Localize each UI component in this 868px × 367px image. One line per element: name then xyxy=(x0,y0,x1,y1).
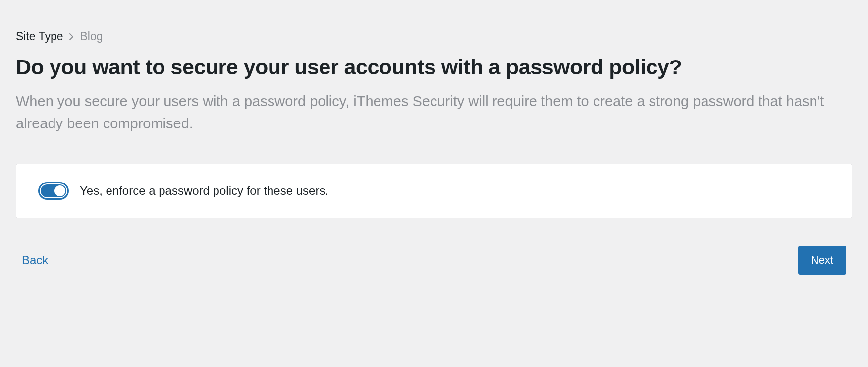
enforce-password-policy-toggle[interactable] xyxy=(38,182,69,200)
next-button[interactable]: Next xyxy=(798,246,846,275)
breadcrumb-current: Blog xyxy=(80,30,103,43)
nav-footer: Back Next xyxy=(16,246,852,275)
toggle-knob xyxy=(54,185,65,196)
toggle-label: Yes, enforce a password policy for these… xyxy=(80,184,328,198)
page-title: Do you want to secure your user accounts… xyxy=(16,55,852,79)
page-subtitle: When you secure your users with a passwo… xyxy=(16,90,852,135)
breadcrumb-parent[interactable]: Site Type xyxy=(16,30,63,43)
chevron-right-icon xyxy=(69,33,74,41)
password-policy-option-card: Yes, enforce a password policy for these… xyxy=(16,164,852,218)
breadcrumb: Site Type Blog xyxy=(16,30,852,43)
back-button[interactable]: Back xyxy=(22,249,48,271)
